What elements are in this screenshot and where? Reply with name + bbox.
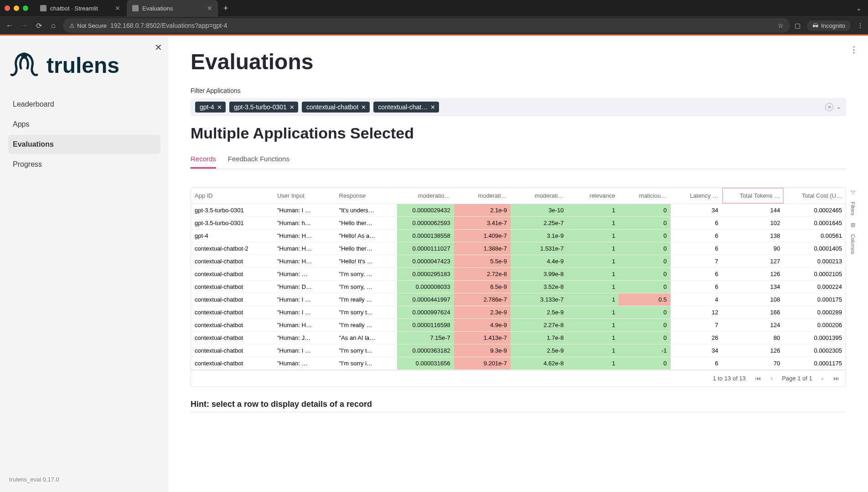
page-subtitle: Multiple Applications Selected <box>191 124 846 142</box>
sidebar-item-apps[interactable]: Apps <box>8 115 160 134</box>
cell: 7.15e-7 <box>397 332 454 344</box>
table-row[interactable]: gpt-3.5-turbo-0301"Human: I …"It's under… <box>191 204 846 217</box>
columns-label[interactable]: Columns <box>850 234 856 254</box>
reload-button[interactable]: ⟳ <box>34 21 44 30</box>
main-content: ⋮ Evaluations Filter Applications gpt-4✕… <box>169 36 868 492</box>
sidebar-item-evaluations[interactable]: Evaluations <box>8 135 160 154</box>
tab-records[interactable]: Records <box>191 150 216 169</box>
cell: -1 <box>619 344 670 357</box>
filter-chips[interactable]: gpt-4✕gpt-3.5-turbo-0301✕contextual-chat… <box>191 98 846 116</box>
close-tab-icon[interactable]: ✕ <box>115 5 120 12</box>
filter-chip[interactable]: gpt-3.5-turbo-0301✕ <box>229 102 298 113</box>
not-secure-badge[interactable]: ⚠ Not Secure <box>69 22 107 29</box>
browser-tab[interactable]: Evaluations✕ <box>127 0 218 16</box>
cell: 138 <box>722 230 784 242</box>
table-side-tools: ▽ Filters ▥ Columns <box>850 190 856 254</box>
column-header[interactable]: Latency … <box>671 188 722 204</box>
filters-label[interactable]: Filters <box>850 202 856 215</box>
home-button[interactable]: ⌂ <box>48 21 58 30</box>
cell: 4 <box>671 293 722 306</box>
cell: 0 <box>619 230 670 242</box>
column-header[interactable]: relevance <box>567 188 619 204</box>
cell: "I'm really … <box>336 319 398 332</box>
column-header[interactable]: App ID <box>191 188 274 204</box>
minimize-window-icon[interactable] <box>14 5 19 11</box>
table-row[interactable]: gpt-4"Human: H…"Hello! As a…0.0000138558… <box>191 230 846 242</box>
cell: contextual-chatbot <box>191 319 274 332</box>
tab-title: chatbot · Streamlit <box>50 5 111 12</box>
close-tab-icon[interactable]: ✕ <box>207 5 212 12</box>
table-row[interactable]: contextual-chatbot"Human: H…"Hello! It's… <box>191 255 846 268</box>
table-row[interactable]: contextual-chatbot"Human: I …"I'm really… <box>191 293 846 306</box>
incognito-badge[interactable]: 🕶 Incognito <box>807 20 851 31</box>
back-button[interactable]: ← <box>5 21 15 30</box>
filters-icon[interactable]: ▽ <box>851 190 855 195</box>
cell: 0.000175 <box>784 293 846 306</box>
pager-prev-icon[interactable]: ‹ <box>770 375 774 382</box>
page-menu-icon[interactable]: ⋮ <box>850 45 858 55</box>
column-header[interactable]: maliciou… <box>619 188 670 204</box>
panel-icon[interactable]: ▢ <box>795 22 801 29</box>
forward-button[interactable]: → <box>19 21 29 30</box>
column-header[interactable]: Response <box>336 188 398 204</box>
pager-next-icon[interactable]: › <box>821 375 824 382</box>
column-header[interactable]: User Input <box>274 188 336 204</box>
chrome-menu-icon[interactable]: ⌄ <box>856 5 862 12</box>
dropdown-icon[interactable]: ⌄ <box>836 103 842 111</box>
cell: 126 <box>722 268 784 281</box>
pager-last-icon[interactable]: ⏭ <box>832 375 840 382</box>
cell: 0.0000062593 <box>397 217 454 230</box>
cell: contextual-chatbot-2 <box>191 242 274 255</box>
version-text: trulens_eval 0.17.0 <box>9 476 59 483</box>
cell: 90 <box>722 242 784 255</box>
cell: 1 <box>567 344 619 357</box>
sidebar-close-icon[interactable]: ✕ <box>155 42 162 53</box>
columns-icon[interactable]: ▥ <box>851 222 855 228</box>
browser-tab[interactable]: chatbot · Streamlit✕ <box>35 0 126 16</box>
table-row[interactable]: contextual-chatbot"Human: I …"I'm sorry … <box>191 306 846 319</box>
clear-filters-icon[interactable]: ✕ <box>825 103 833 111</box>
address-bar: ← → ⟳ ⌂ ⚠ Not Secure 192.168.0.7:8502/Ev… <box>0 16 868 36</box>
close-window-icon[interactable] <box>5 5 10 11</box>
chip-remove-icon[interactable]: ✕ <box>361 104 366 111</box>
cell: 134 <box>722 281 784 293</box>
column-header[interactable]: moderati… <box>511 188 567 204</box>
maximize-window-icon[interactable] <box>23 5 28 11</box>
cell: "Human: I … <box>274 344 336 357</box>
tab-feedback-functions[interactable]: Feedback Functions <box>228 150 289 169</box>
chip-remove-icon[interactable]: ✕ <box>217 104 222 111</box>
table-row[interactable]: contextual-chatbot"Human: H…"I'm really … <box>191 319 846 332</box>
kebab-icon[interactable]: ⋮ <box>857 22 863 29</box>
chip-remove-icon[interactable]: ✕ <box>289 104 294 111</box>
table-row[interactable]: contextual-chatbot"Human: …"I'm sorry i…… <box>191 357 846 370</box>
cell: "Human: H… <box>274 255 336 268</box>
url-field[interactable]: ⚠ Not Secure 192.168.0.7:8502/Evaluation… <box>63 18 790 33</box>
cell: 6 <box>671 230 722 242</box>
chip-remove-icon[interactable]: ✕ <box>430 104 435 111</box>
cell: "Hello ther… <box>336 242 398 255</box>
table-row[interactable]: contextual-chatbot"Human: I …"I'm sorry … <box>191 344 846 357</box>
cell: 0 <box>619 255 670 268</box>
table-row[interactable]: gpt-3.5-turbo-0301"Human: h…"Hello ther…… <box>191 217 846 230</box>
cell: contextual-chatbot <box>191 306 274 319</box>
cell: 1 <box>567 204 619 217</box>
filter-chip[interactable]: contextual-chat…✕ <box>373 102 439 113</box>
cell: 3.52e-8 <box>511 281 567 293</box>
table-row[interactable]: contextual-chatbot"Human: J…"As an AI la… <box>191 332 846 344</box>
column-header[interactable]: moderatio… <box>397 188 454 204</box>
new-tab-button[interactable]: + <box>219 4 233 13</box>
sidebar-item-progress[interactable]: Progress <box>8 155 160 174</box>
table-row[interactable]: contextual-chatbot"Human: D…"I'm sorry, … <box>191 281 846 293</box>
filter-chip[interactable]: gpt-4✕ <box>195 102 226 113</box>
pager-first-icon[interactable]: ⏮ <box>754 375 762 382</box>
table-row[interactable]: contextual-chatbot-2"Human: H…"Hello the… <box>191 242 846 255</box>
column-header[interactable]: Total Cost (U… <box>784 188 846 204</box>
column-header[interactable]: Total Tokens … <box>722 188 784 204</box>
cell: 0.000289 <box>784 306 846 319</box>
column-header[interactable]: moderati… <box>454 188 511 204</box>
cell: 0.0002305 <box>784 344 846 357</box>
star-icon[interactable]: ☆ <box>778 22 784 29</box>
sidebar-item-leaderboard[interactable]: Leaderboard <box>8 95 160 114</box>
filter-chip[interactable]: contextual-chatbot✕ <box>302 102 370 113</box>
table-row[interactable]: contextual-chatbot"Human: …"I'm sorry, …… <box>191 268 846 281</box>
